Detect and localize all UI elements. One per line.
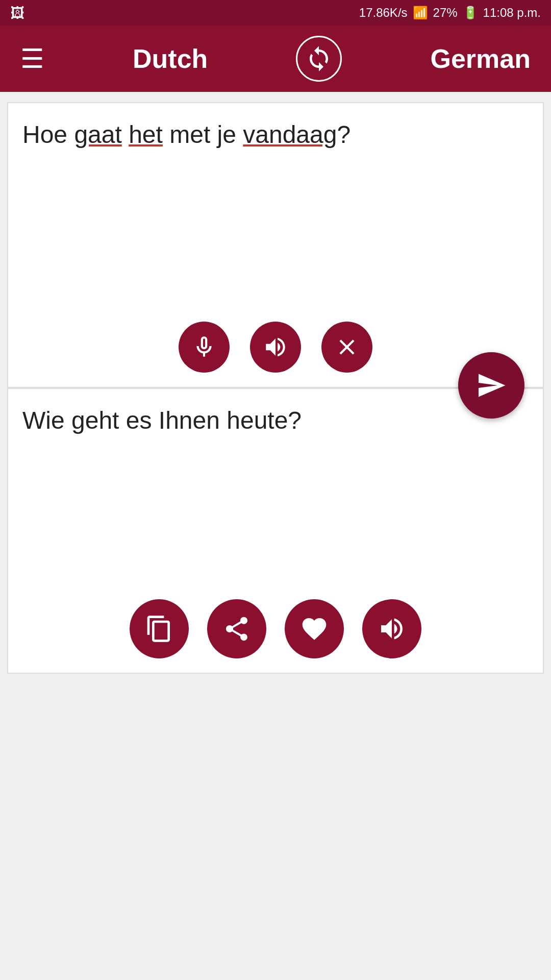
source-action-buttons: [8, 322, 543, 373]
time: 11:08 p.m.: [483, 6, 541, 20]
share-button[interactable]: [207, 599, 266, 658]
target-language-label[interactable]: German: [430, 43, 531, 74]
target-panel: Wie geht es Ihnen heute?: [7, 388, 544, 674]
target-text: Wie geht es Ihnen heute?: [22, 403, 529, 437]
toolbar: ☰ Dutch German: [0, 26, 551, 92]
status-bar: 🖼 17.86K/s 📶 27% 🔋 11:08 p.m.: [0, 0, 551, 26]
clear-button[interactable]: [321, 322, 372, 373]
battery-percent: 27%: [433, 6, 458, 20]
target-action-buttons: [8, 599, 543, 658]
translate-send-button[interactable]: [458, 352, 524, 419]
target-speaker-button[interactable]: [362, 599, 421, 658]
battery-icon: 🔋: [463, 6, 478, 20]
status-info: 17.86K/s 📶 27% 🔋 11:08 p.m.: [359, 6, 541, 20]
spelling-highlight-het: het: [129, 121, 163, 148]
spelling-highlight-vandaag: vandaag: [243, 121, 337, 148]
source-panel: Hoe gaat het met je vandaag?: [7, 102, 544, 388]
spelling-highlight-gaat: gaat: [74, 121, 121, 148]
source-language-label[interactable]: Dutch: [133, 43, 208, 74]
source-speaker-button[interactable]: [250, 322, 301, 373]
bottom-space: [0, 674, 551, 827]
copy-button[interactable]: [130, 599, 189, 658]
network-type: 📶: [413, 6, 428, 20]
menu-icon[interactable]: ☰: [20, 45, 44, 72]
network-speed: 17.86K/s: [359, 6, 408, 20]
favorite-button[interactable]: [285, 599, 344, 658]
microphone-button[interactable]: [179, 322, 230, 373]
swap-languages-button[interactable]: [296, 36, 342, 82]
status-bar-photo-icon: 🖼: [10, 5, 24, 21]
source-text[interactable]: Hoe gaat het met je vandaag?: [22, 117, 529, 152]
